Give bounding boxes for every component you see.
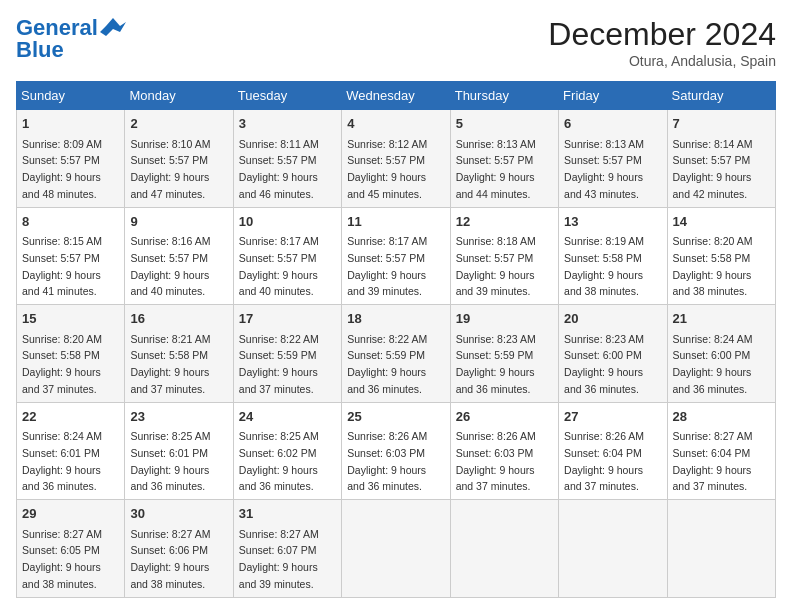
calendar-cell: 29Sunrise: 8:27 AMSunset: 6:05 PMDayligh… xyxy=(17,500,125,598)
day-number: 26 xyxy=(456,407,553,427)
day-number: 21 xyxy=(673,309,770,329)
day-info: Sunrise: 8:23 AMSunset: 5:59 PMDaylight:… xyxy=(456,333,536,395)
calendar-cell: 21Sunrise: 8:24 AMSunset: 6:00 PMDayligh… xyxy=(667,305,775,403)
calendar-week-row: 29Sunrise: 8:27 AMSunset: 6:05 PMDayligh… xyxy=(17,500,776,598)
calendar-cell: 23Sunrise: 8:25 AMSunset: 6:01 PMDayligh… xyxy=(125,402,233,500)
calendar-cell: 6Sunrise: 8:13 AMSunset: 5:57 PMDaylight… xyxy=(559,110,667,208)
header-day-tuesday: Tuesday xyxy=(233,82,341,110)
day-number: 3 xyxy=(239,114,336,134)
page-header: General Blue December 2024 Otura, Andalu… xyxy=(16,16,776,69)
day-info: Sunrise: 8:17 AMSunset: 5:57 PMDaylight:… xyxy=(347,235,427,297)
calendar-cell: 1Sunrise: 8:09 AMSunset: 5:57 PMDaylight… xyxy=(17,110,125,208)
calendar-cell: 24Sunrise: 8:25 AMSunset: 6:02 PMDayligh… xyxy=(233,402,341,500)
header-day-sunday: Sunday xyxy=(17,82,125,110)
day-number: 13 xyxy=(564,212,661,232)
day-info: Sunrise: 8:22 AMSunset: 5:59 PMDaylight:… xyxy=(239,333,319,395)
day-number: 8 xyxy=(22,212,119,232)
calendar-cell: 2Sunrise: 8:10 AMSunset: 5:57 PMDaylight… xyxy=(125,110,233,208)
month-title: December 2024 xyxy=(548,16,776,53)
title-block: December 2024 Otura, Andalusia, Spain xyxy=(548,16,776,69)
day-number: 22 xyxy=(22,407,119,427)
day-number: 24 xyxy=(239,407,336,427)
calendar-cell: 8Sunrise: 8:15 AMSunset: 5:57 PMDaylight… xyxy=(17,207,125,305)
calendar-cell: 14Sunrise: 8:20 AMSunset: 5:58 PMDayligh… xyxy=(667,207,775,305)
day-number: 31 xyxy=(239,504,336,524)
day-number: 10 xyxy=(239,212,336,232)
day-info: Sunrise: 8:11 AMSunset: 5:57 PMDaylight:… xyxy=(239,138,319,200)
day-number: 7 xyxy=(673,114,770,134)
day-number: 23 xyxy=(130,407,227,427)
calendar-cell: 4Sunrise: 8:12 AMSunset: 5:57 PMDaylight… xyxy=(342,110,450,208)
day-info: Sunrise: 8:16 AMSunset: 5:57 PMDaylight:… xyxy=(130,235,210,297)
day-info: Sunrise: 8:26 AMSunset: 6:03 PMDaylight:… xyxy=(347,430,427,492)
calendar-cell: 15Sunrise: 8:20 AMSunset: 5:58 PMDayligh… xyxy=(17,305,125,403)
day-info: Sunrise: 8:24 AMSunset: 6:01 PMDaylight:… xyxy=(22,430,102,492)
day-number: 14 xyxy=(673,212,770,232)
day-number: 5 xyxy=(456,114,553,134)
calendar-cell: 28Sunrise: 8:27 AMSunset: 6:04 PMDayligh… xyxy=(667,402,775,500)
calendar-cell: 3Sunrise: 8:11 AMSunset: 5:57 PMDaylight… xyxy=(233,110,341,208)
day-number: 17 xyxy=(239,309,336,329)
calendar-cell: 16Sunrise: 8:21 AMSunset: 5:58 PMDayligh… xyxy=(125,305,233,403)
day-number: 9 xyxy=(130,212,227,232)
day-info: Sunrise: 8:09 AMSunset: 5:57 PMDaylight:… xyxy=(22,138,102,200)
calendar-week-row: 8Sunrise: 8:15 AMSunset: 5:57 PMDaylight… xyxy=(17,207,776,305)
day-info: Sunrise: 8:26 AMSunset: 6:04 PMDaylight:… xyxy=(564,430,644,492)
calendar-cell xyxy=(559,500,667,598)
calendar-cell: 19Sunrise: 8:23 AMSunset: 5:59 PMDayligh… xyxy=(450,305,558,403)
header-day-friday: Friday xyxy=(559,82,667,110)
day-info: Sunrise: 8:25 AMSunset: 6:01 PMDaylight:… xyxy=(130,430,210,492)
day-info: Sunrise: 8:13 AMSunset: 5:57 PMDaylight:… xyxy=(564,138,644,200)
day-info: Sunrise: 8:14 AMSunset: 5:57 PMDaylight:… xyxy=(673,138,753,200)
day-info: Sunrise: 8:20 AMSunset: 5:58 PMDaylight:… xyxy=(22,333,102,395)
day-number: 30 xyxy=(130,504,227,524)
day-number: 29 xyxy=(22,504,119,524)
calendar-cell: 18Sunrise: 8:22 AMSunset: 5:59 PMDayligh… xyxy=(342,305,450,403)
day-info: Sunrise: 8:17 AMSunset: 5:57 PMDaylight:… xyxy=(239,235,319,297)
day-number: 25 xyxy=(347,407,444,427)
calendar-cell xyxy=(667,500,775,598)
calendar-cell: 31Sunrise: 8:27 AMSunset: 6:07 PMDayligh… xyxy=(233,500,341,598)
calendar-week-row: 15Sunrise: 8:20 AMSunset: 5:58 PMDayligh… xyxy=(17,305,776,403)
day-number: 15 xyxy=(22,309,119,329)
calendar-cell: 11Sunrise: 8:17 AMSunset: 5:57 PMDayligh… xyxy=(342,207,450,305)
calendar-cell: 7Sunrise: 8:14 AMSunset: 5:57 PMDaylight… xyxy=(667,110,775,208)
calendar-cell: 22Sunrise: 8:24 AMSunset: 6:01 PMDayligh… xyxy=(17,402,125,500)
calendar-cell: 5Sunrise: 8:13 AMSunset: 5:57 PMDaylight… xyxy=(450,110,558,208)
day-number: 27 xyxy=(564,407,661,427)
day-number: 6 xyxy=(564,114,661,134)
logo-bird-icon xyxy=(100,16,126,42)
day-number: 16 xyxy=(130,309,227,329)
calendar-cell: 13Sunrise: 8:19 AMSunset: 5:58 PMDayligh… xyxy=(559,207,667,305)
calendar-week-row: 22Sunrise: 8:24 AMSunset: 6:01 PMDayligh… xyxy=(17,402,776,500)
calendar-cell: 20Sunrise: 8:23 AMSunset: 6:00 PMDayligh… xyxy=(559,305,667,403)
day-number: 18 xyxy=(347,309,444,329)
calendar-table: SundayMondayTuesdayWednesdayThursdayFrid… xyxy=(16,81,776,598)
calendar-header-row: SundayMondayTuesdayWednesdayThursdayFrid… xyxy=(17,82,776,110)
day-info: Sunrise: 8:15 AMSunset: 5:57 PMDaylight:… xyxy=(22,235,102,297)
header-day-saturday: Saturday xyxy=(667,82,775,110)
day-info: Sunrise: 8:25 AMSunset: 6:02 PMDaylight:… xyxy=(239,430,319,492)
calendar-cell xyxy=(450,500,558,598)
day-info: Sunrise: 8:27 AMSunset: 6:06 PMDaylight:… xyxy=(130,528,210,590)
day-info: Sunrise: 8:27 AMSunset: 6:04 PMDaylight:… xyxy=(673,430,753,492)
calendar-cell: 12Sunrise: 8:18 AMSunset: 5:57 PMDayligh… xyxy=(450,207,558,305)
day-info: Sunrise: 8:20 AMSunset: 5:58 PMDaylight:… xyxy=(673,235,753,297)
day-number: 19 xyxy=(456,309,553,329)
day-number: 4 xyxy=(347,114,444,134)
day-info: Sunrise: 8:22 AMSunset: 5:59 PMDaylight:… xyxy=(347,333,427,395)
calendar-cell: 17Sunrise: 8:22 AMSunset: 5:59 PMDayligh… xyxy=(233,305,341,403)
calendar-cell xyxy=(342,500,450,598)
day-info: Sunrise: 8:23 AMSunset: 6:00 PMDaylight:… xyxy=(564,333,644,395)
header-day-wednesday: Wednesday xyxy=(342,82,450,110)
day-number: 1 xyxy=(22,114,119,134)
day-number: 12 xyxy=(456,212,553,232)
header-day-monday: Monday xyxy=(125,82,233,110)
svg-marker-0 xyxy=(100,18,126,36)
day-number: 28 xyxy=(673,407,770,427)
day-number: 20 xyxy=(564,309,661,329)
day-number: 2 xyxy=(130,114,227,134)
day-info: Sunrise: 8:18 AMSunset: 5:57 PMDaylight:… xyxy=(456,235,536,297)
day-info: Sunrise: 8:12 AMSunset: 5:57 PMDaylight:… xyxy=(347,138,427,200)
calendar-week-row: 1Sunrise: 8:09 AMSunset: 5:57 PMDaylight… xyxy=(17,110,776,208)
